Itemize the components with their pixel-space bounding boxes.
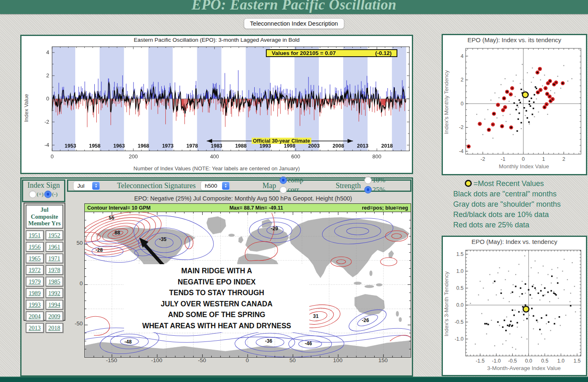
year-link[interactable]: 1978: [48, 267, 60, 273]
index-sign-radios: (+)(-): [23, 191, 64, 200]
shoulder-month-dot: [492, 282, 493, 283]
strength-option[interactable]: 25%: [364, 186, 385, 194]
year-cell[interactable]: 1978: [45, 265, 64, 275]
map-mode-label: Map: [263, 181, 276, 190]
radio-selected-icon[interactable]: [280, 177, 287, 184]
year-link[interactable]: 1993: [29, 301, 41, 308]
shoulder-month-dot: [550, 330, 551, 331]
radio-selected-icon[interactable]: [364, 186, 372, 193]
strength-option[interactable]: 10%: [364, 176, 385, 184]
legend-item: Black dots are "central" months: [453, 189, 588, 199]
year-cell[interactable]: 1993: [26, 300, 44, 310]
shoulder-month-dot: [541, 333, 542, 334]
year-link[interactable]: 1965: [29, 255, 41, 262]
select-stepper-icon[interactable]: ▲▼: [92, 182, 100, 190]
year-link[interactable]: 2018: [48, 325, 60, 331]
radio-icon[interactable]: [364, 177, 372, 184]
year-link[interactable]: 1961: [48, 244, 60, 250]
year-link[interactable]: 1992: [48, 290, 60, 296]
map-mode-option[interactable]: comp: [280, 176, 304, 184]
signature-select-value: h500: [201, 183, 220, 189]
composite-member-years-panel: Jul Composite Member Yrs 195119521956196…: [24, 203, 65, 321]
shoulder-month-dot: [538, 272, 539, 273]
year-link[interactable]: 2004: [29, 313, 41, 320]
year-cell[interactable]: 1956: [26, 242, 44, 252]
central-month-dot: [551, 275, 553, 277]
map-mode-option[interactable]: corr: [280, 186, 299, 194]
year-link[interactable]: 1994: [48, 301, 60, 308]
y-tick-label: -0.5: [454, 319, 464, 325]
year-link[interactable]: 2009: [48, 313, 60, 320]
signature-select[interactable]: h500 ▲▼: [201, 181, 230, 191]
year-link[interactable]: 1989: [29, 290, 41, 296]
year-cell[interactable]: 1961: [45, 242, 64, 252]
composite-member-dot-core: [502, 110, 504, 111]
values-box-lagged: (-0.12): [375, 50, 392, 56]
shoulder-month-dot: [524, 255, 525, 256]
shoulder-month-dot: [523, 79, 523, 80]
radio-icon[interactable]: [280, 186, 287, 193]
shoulder-month-dot: [522, 64, 523, 65]
year-cell[interactable]: 2013: [26, 323, 44, 333]
year-cell[interactable]: 1965: [26, 253, 44, 263]
x-tick-label: -1.5: [476, 358, 485, 364]
year-cell[interactable]: 1951: [26, 230, 44, 240]
shoulder-month-dot: [486, 333, 487, 334]
shoulder-month-dot: [532, 67, 533, 68]
x-tick-label: -2: [480, 156, 485, 162]
central-month-dot: [536, 320, 538, 321]
central-month-dot: [526, 318, 528, 320]
year-link[interactable]: 2013: [29, 325, 41, 331]
x-tick-label: 1.0: [557, 358, 564, 364]
map-y-tick-label: -50: [71, 320, 83, 327]
year-cell[interactable]: 1985: [45, 277, 64, 286]
shoulder-month-dot: [476, 114, 477, 115]
index-sign-option-label: (+): [37, 191, 43, 198]
year-link[interactable]: 1971: [48, 255, 60, 262]
year-cell[interactable]: 1971: [45, 253, 64, 263]
year-link[interactable]: 1952: [48, 232, 60, 239]
map-annotation-line: TENDS TO STAY THROUGH: [124, 287, 309, 298]
shoulder-month-dot: [560, 88, 561, 88]
year-cell[interactable]: 2004: [26, 311, 44, 321]
shoulder-month-dot: [483, 288, 484, 289]
year-link[interactable]: 1985: [48, 278, 60, 285]
composite-member-dot-core: [539, 68, 540, 69]
radio-icon[interactable]: [29, 191, 36, 198]
teleconnection-description-button[interactable]: Teleconnection Index Description: [244, 18, 344, 29]
contour-label: -26: [362, 318, 369, 323]
shoulder-month-dot: [538, 344, 539, 344]
year-cell[interactable]: 1972: [26, 265, 44, 275]
strength-label: Strength: [336, 181, 361, 190]
central-month-dot: [520, 287, 521, 289]
year-cell[interactable]: 1979: [26, 277, 44, 286]
year-link[interactable]: 1956: [29, 244, 41, 250]
year-link[interactable]: 1979: [29, 278, 41, 285]
year-cell[interactable]: 1952: [45, 230, 64, 240]
index-sign-option[interactable]: (-): [44, 191, 57, 198]
central-month-dot: [533, 315, 534, 317]
scatter-legend: =Most Recent ValuesBlack dots are "centr…: [453, 179, 588, 230]
year-link[interactable]: 1972: [29, 267, 41, 273]
three-month-scatter-chart: 3-Month-Average Index Value Index's 3-Mo…: [443, 246, 586, 372]
central-month-dot: [570, 305, 571, 307]
year-cell[interactable]: 1992: [45, 288, 64, 298]
index-sign-option[interactable]: (+): [29, 191, 43, 198]
shoulder-month-dot: [555, 318, 555, 319]
radio-selected-icon[interactable]: [44, 191, 52, 198]
strength-radios: 10%25%: [364, 176, 408, 195]
three-month-scatter-title: EPO (May): Index vs. tendency: [443, 238, 586, 245]
year-cell[interactable]: 1994: [45, 300, 64, 310]
map-y-tick-label: 50: [71, 240, 83, 246]
shoulder-month-dot: [491, 320, 492, 321]
month-select[interactable]: Jul ▲▼: [73, 181, 100, 191]
shoulder-month-dot: [497, 117, 497, 118]
year-cell[interactable]: 2018: [45, 323, 64, 333]
map-minmax-label: Max= 88.7 Min= -49.11: [229, 205, 283, 211]
year-link[interactable]: 1951: [29, 232, 41, 239]
select-stepper-icon[interactable]: ▲▼: [222, 182, 229, 190]
year-cell[interactable]: 1989: [26, 288, 44, 298]
central-month-dot: [510, 321, 512, 322]
shoulder-month-dot: [528, 276, 529, 277]
year-cell[interactable]: 2009: [45, 311, 64, 321]
